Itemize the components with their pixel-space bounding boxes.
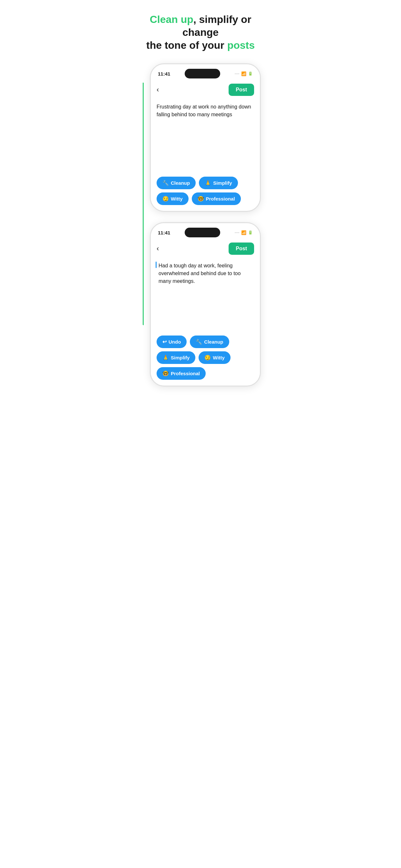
text-cursor-indicator [156, 261, 157, 268]
phone-actions-2: ↩ Undo 🔧 Cleanup 🙏 Simplify 😏 Witty 🤓 [157, 336, 254, 380]
action-btn-professional-1[interactable]: 🤓 Professional [192, 192, 241, 205]
wifi-icon-2: 📶 [241, 230, 246, 235]
phone-mockup-1: 11:41 ···· 📶 🔋 ‹ Post Frustrating day at… [150, 63, 261, 212]
action-btn-witty-2[interactable]: 😏 Witty [198, 351, 230, 364]
simplify-label-2: Simplify [171, 355, 189, 361]
professional-label-2: Professional [171, 371, 200, 376]
headline: Clean up, simplify or change the tone of… [140, 13, 261, 52]
battery-icon-2: 🔋 [248, 230, 253, 235]
status-bar-1: 11:41 ···· 📶 🔋 [151, 64, 260, 81]
status-time-1: 11:41 [158, 71, 170, 76]
phone-mockup-2: 11:41 ···· 📶 🔋 ‹ Post Had a tough day at… [150, 222, 261, 386]
action-btn-cleanup-2[interactable]: 🔧 Cleanup [190, 336, 229, 348]
post-button-2[interactable]: Post [228, 243, 254, 255]
action-btn-simplify-2[interactable]: 🙏 Simplify [157, 351, 195, 364]
phone-actions-1: 🔧 Cleanup 🙏 Simplify 😏 Witty 🤓 Professio… [157, 177, 254, 205]
witty-label-2: Witty [213, 355, 225, 361]
action-btn-professional-2[interactable]: 🤓 Professional [157, 367, 206, 380]
witty-label-1: Witty [171, 196, 183, 202]
phone-text-content-2: Had a tough day at work, feeling overwhe… [157, 260, 254, 332]
witty-emoji-2: 😏 [204, 354, 211, 361]
headline-green-text: Clean up [150, 13, 193, 25]
status-icons-2: ···· 📶 🔋 [235, 230, 253, 235]
connector-line [143, 83, 144, 325]
cleanup-emoji-2: 🔧 [196, 339, 202, 345]
post-button-1[interactable]: Post [228, 84, 254, 96]
phone-spacer [150, 212, 261, 222]
status-time-2: 11:41 [158, 230, 170, 236]
phone-inner-2: ‹ Post Had a tough day at work, feeling … [151, 239, 260, 385]
simplify-emoji-1: 🙏 [205, 180, 211, 186]
undo-label-2: Undo [168, 339, 181, 345]
cleanup-label-2: Cleanup [204, 339, 223, 345]
dynamic-island-1 [185, 69, 220, 79]
action-btn-cleanup-1[interactable]: 🔧 Cleanup [157, 177, 196, 189]
professional-emoji-1: 🤓 [197, 196, 204, 202]
status-bar-2: 11:41 ···· 📶 🔋 [151, 223, 260, 239]
professional-emoji-2: 🤓 [162, 370, 169, 376]
headline-green-posts: posts [227, 39, 255, 51]
professional-label-1: Professional [206, 196, 235, 202]
phones-container: 11:41 ···· 📶 🔋 ‹ Post Frustrating day at… [140, 63, 261, 386]
back-arrow-1[interactable]: ‹ [157, 86, 159, 94]
dynamic-island-2 [185, 228, 220, 237]
back-arrow-2[interactable]: ‹ [157, 244, 159, 253]
simplify-label-1: Simplify [213, 180, 232, 186]
action-btn-simplify-1[interactable]: 🙏 Simplify [199, 177, 238, 189]
phone-nav-1: ‹ Post [157, 84, 254, 96]
undo-emoji-2: ↩ [162, 339, 166, 345]
status-icons-1: ···· 📶 🔋 [235, 71, 253, 76]
signal-dots-2: ···· [235, 231, 240, 235]
action-btn-undo-2[interactable]: ↩ Undo [157, 336, 187, 348]
cleanup-label-1: Cleanup [171, 180, 190, 186]
phone-text-content-1: Frustrating day at work no anything down… [157, 102, 254, 173]
phone-text-wrapper-2: Had a tough day at work, feeling overwhe… [157, 260, 254, 332]
headline-text-part3: the tone of your [146, 39, 227, 51]
battery-icon-1: 🔋 [248, 71, 253, 76]
simplify-emoji-2: 🙏 [162, 354, 169, 361]
cleanup-emoji-1: 🔧 [162, 180, 169, 186]
phone-nav-2: ‹ Post [157, 243, 254, 255]
action-btn-witty-1[interactable]: 😏 Witty [157, 192, 189, 205]
witty-emoji-1: 😏 [162, 196, 169, 202]
phone-inner-1: ‹ Post Frustrating day at work no anythi… [151, 81, 260, 211]
signal-dots-1: ···· [235, 72, 240, 75]
wifi-icon-1: 📶 [241, 71, 246, 76]
